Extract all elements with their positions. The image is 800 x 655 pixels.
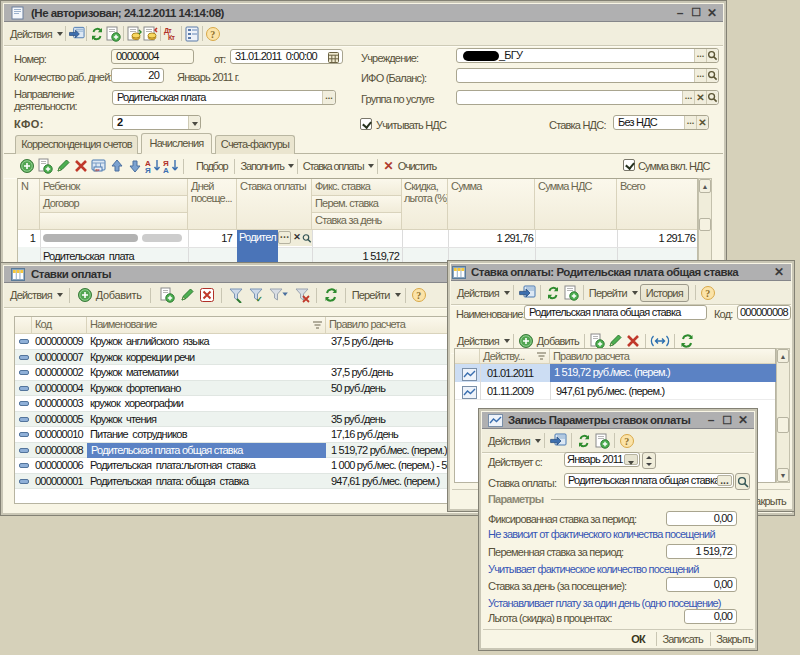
- svg-text:Кт: Кт: [168, 34, 175, 41]
- svg-text:✓: ✓: [256, 295, 262, 303]
- svg-text:А: А: [163, 166, 169, 174]
- svg-text:Я: Я: [145, 166, 151, 174]
